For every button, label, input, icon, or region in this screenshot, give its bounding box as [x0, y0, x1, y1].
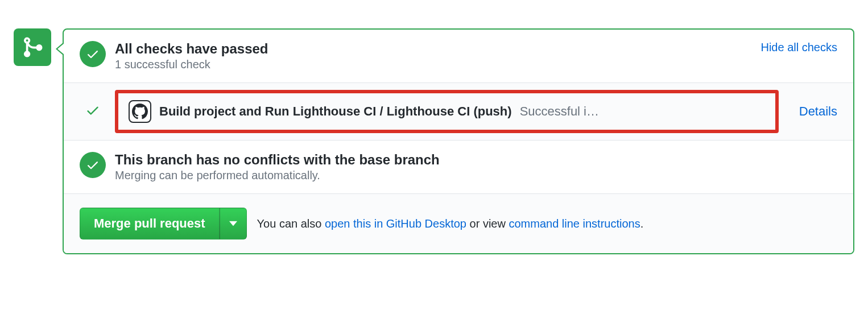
- command-line-link[interactable]: command line instructions: [509, 217, 640, 230]
- merge-footer-text: You can also open this in GitHub Desktop…: [257, 217, 644, 230]
- conflicts-section: This branch has no conflicts with the ba…: [64, 141, 853, 194]
- merge-card: All checks have passed 1 successful chec…: [63, 28, 854, 254]
- git-merge-icon: [14, 28, 51, 66]
- conflicts-title: This branch has no conflicts with the ba…: [115, 152, 837, 168]
- merge-options-dropdown[interactable]: [220, 208, 247, 240]
- merge-button-group: Merge pull request: [80, 208, 247, 240]
- footer-suffix: .: [640, 217, 644, 230]
- check-item-name: Build project and Run Lighthouse CI / Li…: [159, 104, 512, 119]
- check-item-row: Build project and Run Lighthouse CI / Li…: [64, 83, 853, 141]
- merge-footer: Merge pull request You can also open thi…: [64, 194, 853, 253]
- merge-pull-request-button[interactable]: Merge pull request: [80, 208, 220, 240]
- check-item-status: Successful i…: [520, 104, 765, 119]
- footer-prefix: You can also: [257, 217, 325, 230]
- toggle-checks-link[interactable]: Hide all checks: [760, 41, 837, 54]
- success-check-icon: [80, 152, 106, 178]
- footer-middle: or view: [466, 217, 509, 230]
- github-desktop-link[interactable]: open this in GitHub Desktop: [325, 217, 466, 230]
- caret-down-icon: [229, 221, 237, 226]
- check-details-link[interactable]: Details: [799, 104, 837, 119]
- conflicts-subtitle: Merging can be performed automatically.: [115, 169, 837, 182]
- checks-summary-content: All checks have passed 1 successful chec…: [115, 41, 751, 71]
- conflicts-content: This branch has no conflicts with the ba…: [115, 152, 837, 182]
- github-actions-icon: [129, 100, 151, 123]
- success-check-icon: [80, 41, 106, 67]
- checks-subtitle: 1 successful check: [115, 58, 751, 71]
- checks-summary-section: All checks have passed 1 successful chec…: [64, 30, 853, 83]
- check-success-icon: [85, 103, 100, 120]
- checks-title: All checks have passed: [115, 41, 751, 57]
- check-item-highlighted[interactable]: Build project and Run Lighthouse CI / Li…: [115, 90, 779, 133]
- merge-status-container: All checks have passed 1 successful chec…: [14, 28, 854, 254]
